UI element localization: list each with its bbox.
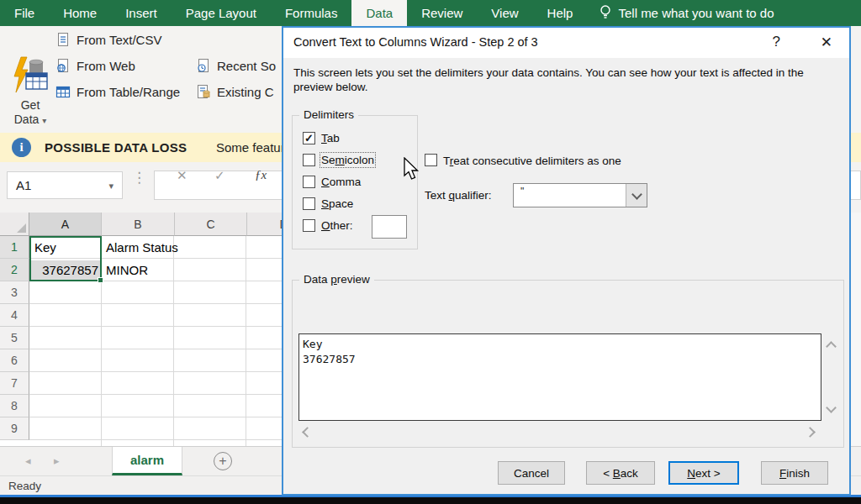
- semicolon-label[interactable]: Semicolon: [321, 154, 374, 166]
- corner-triangle: [17, 223, 26, 233]
- tab-label[interactable]: Tab: [321, 132, 340, 144]
- text-qualifier-dropdown-button[interactable]: [626, 184, 647, 207]
- column-header-c[interactable]: C: [175, 213, 247, 236]
- delimiters-group: Delimiters ✓ Tab Semicolon Comma Space O…: [292, 115, 418, 249]
- add-sheet-button[interactable]: +: [214, 452, 232, 470]
- add-sheet-icon: +: [219, 454, 226, 469]
- insert-function-icon[interactable]: ƒx: [255, 168, 267, 182]
- sheet-tab-alarm[interactable]: alarm: [112, 447, 182, 475]
- row-header-9[interactable]: 9: [0, 417, 29, 440]
- formula-cancel-icon[interactable]: ✕: [177, 168, 188, 183]
- space-checkbox[interactable]: [303, 197, 315, 210]
- ribbon-tab-help[interactable]: Help: [533, 0, 588, 26]
- existing-connections-label: Existing C: [217, 85, 274, 99]
- row-header-7[interactable]: 7: [0, 372, 29, 395]
- select-all-corner[interactable]: [0, 213, 29, 236]
- treat-consecutive-checkbox[interactable]: [425, 154, 437, 166]
- text-qualifier-combobox[interactable]: ": [513, 183, 647, 207]
- checkmark-icon: ✓: [304, 133, 314, 144]
- comma-checkbox[interactable]: [303, 176, 315, 188]
- dialog-title-bar[interactable]: Convert Text to Columns Wizard - Step 2 …: [283, 28, 849, 58]
- ribbon-tab-view[interactable]: View: [477, 0, 532, 26]
- get-data-button[interactable]: Get Data ▾: [7, 56, 54, 139]
- text-qualifier-label: Text qualifier:: [425, 189, 492, 202]
- sheet-nav-right-icon[interactable]: ▸: [54, 454, 60, 467]
- cell-b2[interactable]: MINOR: [106, 263, 148, 277]
- row-header-2[interactable]: 2: [0, 259, 29, 281]
- name-box-value: A1: [16, 178, 31, 192]
- data-preview-box[interactable]: Key 37627857: [298, 333, 821, 421]
- info-icon: i: [12, 138, 31, 157]
- cell-b1[interactable]: Alarm Status: [106, 240, 178, 255]
- recent-sources-button[interactable]: Recent So: [196, 58, 276, 73]
- ribbon-tab-data[interactable]: Data: [351, 0, 407, 26]
- from-table-range-button[interactable]: From Table/Range: [55, 84, 180, 99]
- row-header-4[interactable]: 4: [0, 304, 29, 327]
- row-header-8[interactable]: 8: [0, 395, 29, 417]
- semicolon-checkbox[interactable]: [303, 154, 315, 166]
- formula-enter-icon[interactable]: ✓: [214, 168, 225, 183]
- column-header-a[interactable]: A: [29, 213, 102, 236]
- dialog-intro-text: This screen lets you set the delimiters …: [293, 66, 842, 94]
- web-icon: [55, 58, 71, 73]
- table-range-icon: [55, 84, 71, 99]
- dialog-close-icon[interactable]: ✕: [821, 34, 832, 51]
- text-qualifier-value: ": [520, 186, 524, 197]
- preview-line-2: 37627857: [303, 352, 817, 367]
- comma-label[interactable]: Comma: [321, 176, 361, 188]
- from-text-csv-button[interactable]: From Text/CSV: [55, 32, 161, 47]
- next-button[interactable]: Next >: [668, 461, 739, 485]
- from-table-range-label: From Table/Range: [77, 85, 180, 99]
- from-web-button[interactable]: From Web: [55, 58, 135, 73]
- mouse-cursor: [403, 157, 421, 186]
- status-text: Ready: [8, 480, 41, 492]
- chevron-down-icon: [631, 189, 642, 200]
- screen-bottom-strip: [0, 497, 861, 504]
- text-csv-icon: [55, 32, 71, 47]
- ribbon-tab-home[interactable]: Home: [49, 0, 111, 26]
- get-data-caret: ▾: [42, 116, 46, 125]
- row-header-3[interactable]: 3: [0, 281, 29, 304]
- other-delimiter-input[interactable]: [372, 215, 407, 239]
- sheet-nav-left-icon[interactable]: ◂: [25, 454, 31, 467]
- info-icon-glyph: i: [19, 140, 23, 155]
- name-box-dropdown-icon[interactable]: ▾: [108, 181, 114, 192]
- space-label[interactable]: Space: [321, 197, 353, 210]
- recent-sources-icon: [196, 58, 211, 73]
- tell-me-label: Tell me what you want to do: [618, 6, 774, 20]
- ribbon-col2-clip: Recent So Existing C: [196, 52, 282, 111]
- ribbon-tab-review[interactable]: Review: [407, 0, 477, 26]
- get-data-label1: Get: [21, 98, 40, 112]
- row-header-5[interactable]: 5: [0, 327, 29, 349]
- dialog-help-icon[interactable]: ?: [773, 34, 780, 50]
- row-header-1[interactable]: 1: [0, 236, 29, 259]
- column-header-b[interactable]: B: [102, 213, 175, 236]
- treat-consecutive-label[interactable]: Treat consecutive delimiters as one: [443, 155, 621, 167]
- ribbon-tab-page-layout[interactable]: Page Layout: [172, 0, 271, 26]
- name-box[interactable]: A1 ▾: [7, 171, 123, 199]
- recent-sources-label: Recent So: [217, 59, 276, 73]
- other-label[interactable]: Other:: [321, 219, 353, 232]
- ribbon-tab-formulas[interactable]: Formulas: [271, 0, 352, 26]
- tab-checkbox[interactable]: ✓: [303, 132, 315, 144]
- fill-handle[interactable]: [98, 277, 103, 283]
- get-data-label2: Data: [14, 113, 40, 126]
- ribbon-tab-file[interactable]: File: [0, 0, 49, 26]
- excel-window: File Home Insert Page Layout Formulas Da…: [0, 0, 861, 504]
- finish-button[interactable]: Finish: [761, 461, 828, 485]
- lightbulb-icon: [599, 4, 612, 22]
- tell-me-box[interactable]: Tell me what you want to do: [587, 0, 785, 26]
- from-web-label: From Web: [77, 59, 135, 73]
- ribbon-tab-insert[interactable]: Insert: [111, 0, 172, 26]
- from-text-csv-label: From Text/CSV: [77, 33, 161, 47]
- cancel-button[interactable]: Cancel: [498, 461, 565, 485]
- message-bar-title: POSSIBLE DATA LOSS: [45, 140, 187, 155]
- existing-connections-icon: [196, 84, 211, 99]
- existing-connections-button[interactable]: Existing C: [196, 84, 274, 99]
- back-button[interactable]: < Back: [586, 461, 655, 485]
- row-header-6[interactable]: 6: [0, 349, 29, 372]
- delimiters-legend: Delimiters: [299, 108, 358, 121]
- text-to-columns-dialog: Convert Text to Columns Wizard - Step 2 …: [282, 26, 851, 496]
- preview-line-1: Key: [303, 337, 817, 352]
- other-checkbox[interactable]: [303, 219, 315, 232]
